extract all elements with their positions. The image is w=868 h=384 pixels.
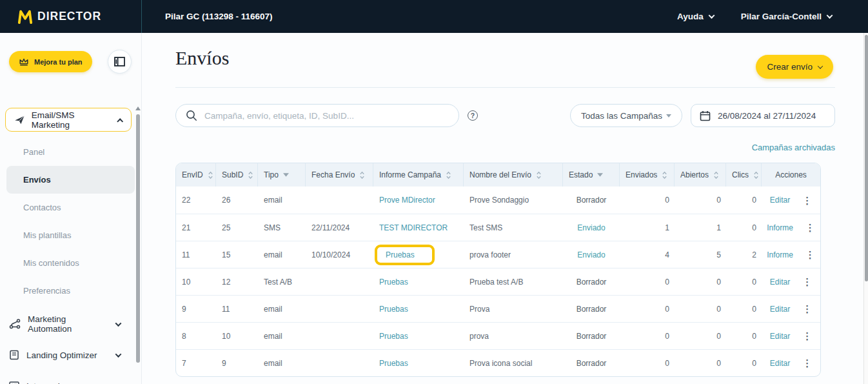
filter-dropdown-icon[interactable] (283, 173, 289, 177)
cell-fecha: 10/10/2024 (306, 241, 373, 268)
row-action-link[interactable]: Editar (770, 278, 790, 287)
column-header-clics[interactable]: Clics (726, 163, 762, 187)
campaign-report-link[interactable]: Pruebas (379, 359, 408, 368)
cell-tipo: email (258, 296, 306, 322)
page-scrollbar-thumb[interactable] (865, 35, 868, 281)
cell-envid: 9 (176, 296, 216, 322)
cell-estado: Borrador (563, 323, 620, 349)
row-action-link[interactable]: Informe (767, 250, 793, 259)
date-range-value: 26/08/2024 al 27/11/2024 (718, 111, 816, 121)
status-label: Borrador (577, 332, 607, 341)
search-input[interactable] (204, 111, 449, 121)
cell-subid: 15 (216, 241, 258, 268)
cell-estado: Enviado (563, 241, 620, 268)
archived-campaigns-link[interactable]: Campañas archivadas (752, 143, 835, 152)
column-header-informe[interactable]: Informe Campaña (373, 163, 464, 187)
campaign-report-link[interactable]: Pruebas (379, 332, 408, 341)
cell-fecha (306, 268, 373, 295)
kebab-menu-icon[interactable]: ⋮ (802, 331, 812, 341)
kebab-menu-icon[interactable]: ⋮ (802, 358, 812, 368)
column-header-subid[interactable]: SubID (216, 163, 258, 187)
sidebar-item-panel[interactable]: Panel (0, 138, 141, 166)
send-icon (14, 115, 25, 125)
column-header-estado[interactable]: Estado (563, 163, 620, 187)
sidebar-item-mis-contenidos[interactable]: Mis contenidos (0, 249, 141, 277)
sidebar-scrollbar[interactable] (135, 106, 140, 384)
brand-logo[interactable]: DIRECTOR (0, 0, 142, 33)
cell-tipo: SMS (258, 214, 306, 241)
row-action-link[interactable]: Editar (770, 332, 790, 341)
column-header-abiertos[interactable]: Abiertos (675, 163, 726, 187)
column-header-nombre[interactable]: Nombre del Envío (464, 163, 563, 187)
upgrade-plan-button[interactable]: Mejora tu plan (9, 51, 92, 72)
campaign-report-link[interactable]: Pruebas (386, 250, 415, 259)
help-icon[interactable]: ? (468, 110, 478, 121)
column-header-enviados[interactable]: Enviados (620, 163, 675, 187)
sort-icon[interactable] (713, 171, 719, 179)
search-icon (186, 110, 197, 121)
campaign-report-link[interactable]: Pruebas (379, 305, 408, 314)
cell-informe: Prove MDirector (373, 187, 464, 214)
kebab-menu-icon[interactable]: ⋮ (802, 277, 812, 287)
sidebar-section-label: Integraciones (26, 381, 79, 384)
sidebar-section-landing-optimizer[interactable]: Landing Optimizer (0, 339, 141, 370)
cell-tipo: Test A/B (258, 268, 306, 295)
column-label: Fecha Envío (311, 170, 355, 179)
sidebar-menu: PanelEnvíosContactosMis plantillasMis co… (0, 138, 141, 305)
sort-icon[interactable] (208, 171, 213, 179)
sidebar-scrollbar-thumb[interactable] (136, 114, 140, 363)
sidebar-item-env-os[interactable]: Envíos (6, 166, 135, 194)
sidebar-section-email-sms-marketing[interactable]: Email/SMS Marketing (5, 108, 132, 132)
main-content: Envíos Crear envío ? Todas las Campañas … (143, 33, 863, 384)
sort-icon[interactable] (662, 171, 667, 179)
campaign-report-link[interactable]: Prove MDirector (379, 196, 435, 205)
page-scrollbar[interactable] (863, 33, 868, 384)
kebab-menu-icon[interactable]: ⋮ (805, 223, 815, 232)
campaign-filter-dropdown[interactable]: Todas las Campañas (570, 104, 682, 127)
column-header-tipo[interactable]: Tipo (258, 163, 306, 187)
sidebar-item-preferencias[interactable]: Preferencias (0, 277, 141, 305)
sort-icon[interactable] (446, 171, 451, 179)
collapse-sidebar-button[interactable] (108, 50, 132, 74)
cell-informe: Pruebas (373, 268, 464, 295)
cell-clics: 0 (726, 268, 762, 295)
row-action-link[interactable]: Editar (770, 305, 790, 314)
cell-acciones: Editar⋮ (762, 187, 820, 214)
kebab-menu-icon[interactable]: ⋮ (805, 250, 815, 259)
sort-icon[interactable] (536, 171, 542, 179)
sidebar-section-label: Landing Optimizer (26, 350, 97, 360)
column-header-envid[interactable]: EnvID (176, 163, 216, 187)
campaign-report-link[interactable]: TEST MDIRECTOR (379, 223, 448, 232)
cell-nombre: Test SMS (464, 214, 563, 241)
cell-abiertos: 0 (675, 296, 726, 322)
cell-nombre: Prove Sondaggio (464, 187, 563, 214)
kebab-menu-icon[interactable]: ⋮ (802, 196, 812, 205)
scroll-up-arrow-icon[interactable] (135, 106, 141, 110)
sidebar-item-mis-plantillas[interactable]: Mis plantillas (0, 221, 141, 249)
cell-informe: TEST MDIRECTOR (373, 214, 464, 241)
campaign-report-link[interactable]: Pruebas (379, 278, 408, 287)
row-action-link[interactable]: Editar (770, 196, 790, 205)
help-menu[interactable]: Ayuda (677, 12, 714, 21)
table-header-row: EnvIDSubIDTipoFecha EnvíoInforme Campaña… (176, 163, 820, 187)
kebab-menu-icon[interactable]: ⋮ (802, 304, 812, 314)
sort-icon[interactable] (248, 171, 253, 179)
date-range-picker[interactable]: 26/08/2024 al 27/11/2024 (691, 104, 835, 127)
create-envio-button[interactable]: Crear envío (756, 55, 833, 79)
sidebar-section-integraciones[interactable]: Integraciones (0, 370, 141, 384)
row-action-link[interactable]: Informe (767, 223, 793, 232)
cell-clics: 0 (726, 296, 762, 322)
status-label: Enviado (577, 223, 605, 232)
cell-enviados: 1 (620, 214, 675, 241)
sidebar-section-marketing-automation[interactable]: Marketing Automation (0, 308, 141, 339)
sidebar-item-contactos[interactable]: Contactos (0, 194, 141, 221)
sort-icon[interactable] (359, 171, 365, 179)
user-menu[interactable]: Pilar García-Contell (741, 12, 832, 21)
cell-informe: Pruebas (373, 350, 464, 376)
sort-icon[interactable] (753, 171, 759, 179)
cell-enviados: 0 (620, 268, 675, 295)
filter-dropdown-icon[interactable] (597, 173, 603, 177)
row-action-link[interactable]: Editar (770, 359, 790, 368)
table-body: 2226emailProve MDirectorProve SondaggioB… (176, 187, 820, 376)
column-header-fecha[interactable]: Fecha Envío (306, 163, 373, 187)
